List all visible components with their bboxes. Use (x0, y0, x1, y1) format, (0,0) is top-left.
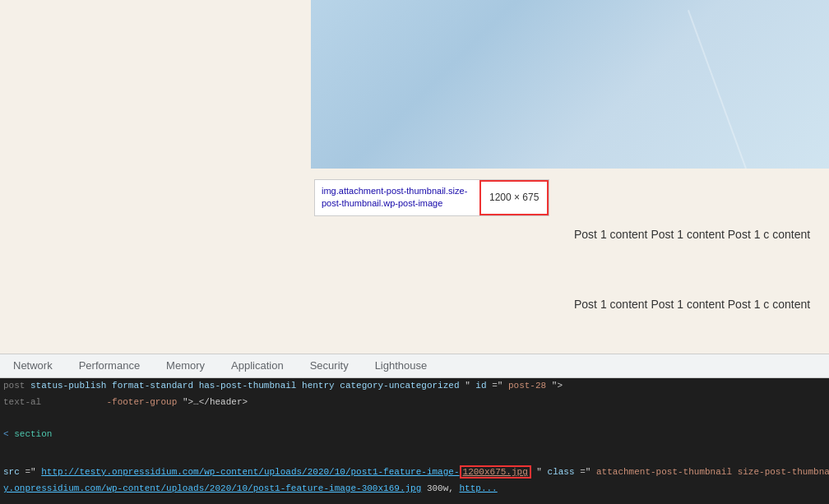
code-text: ">…</header> (183, 397, 248, 407)
code-text: attachment-post-thumbnail size-post-thum… (596, 467, 829, 477)
code-text (47, 397, 101, 407)
code-text: y.onpressidium.com/wp-content/uploads/20… (3, 483, 421, 493)
post-content-block-2: Post 1 content Post 1 content Post 1 c c… (574, 296, 829, 313)
code-text: class (548, 467, 575, 477)
code-line-4: < section (0, 427, 829, 443)
code-text: -footer-group (106, 397, 177, 407)
tab-performance[interactable]: Performance (66, 354, 153, 377)
devtools-tab-bar: Network Performance Memory Application S… (0, 354, 829, 378)
code-text: =" (492, 381, 502, 391)
code-line-6: y.onpressidium.com/wp-content/uploads/20… (0, 481, 829, 497)
image-overlay (311, 0, 829, 169)
webpage-area: img.attachment-post-thumbnail.size-post-… (0, 0, 829, 354)
devtools-html-panel: post status-publish format-standard has-… (0, 378, 829, 504)
code-text: =" (580, 467, 590, 477)
code-text: text-al (3, 397, 41, 407)
element-tooltip: img.attachment-post-thumbnail.size-post-… (314, 179, 549, 216)
code-text: " (536, 467, 547, 477)
css-selector: img.attachment-post-thumbnail.size-post-… (315, 180, 479, 215)
code-text: section (14, 429, 52, 439)
url-start: http://testy.onpressidium.com/wp-content… (41, 467, 459, 477)
code-text: "> (552, 381, 563, 391)
tab-network[interactable]: Network (0, 354, 66, 377)
code-text: < (3, 429, 9, 439)
code-text: id (475, 381, 486, 391)
code-text: http... (460, 483, 498, 493)
code-line-1: post status-publish format-standard has-… (0, 378, 829, 395)
code-text: src (3, 467, 20, 477)
code-line-5: src =" http://testy.onpressidium.com/wp-… (0, 442, 829, 481)
code-text: 300w, (427, 483, 460, 493)
tab-lighthouse[interactable]: Lighthouse (362, 354, 441, 377)
post-content-block-1: Post 1 content Post 1 content Post 1 c c… (574, 226, 829, 243)
code-text: status-publish format-standard has-post-… (30, 381, 460, 391)
code-text: post (3, 381, 30, 391)
code-text: =" (25, 467, 35, 477)
tab-application[interactable]: Application (218, 354, 297, 377)
tab-security[interactable]: Security (297, 354, 362, 377)
code-text: " (465, 381, 475, 391)
tab-memory[interactable]: Memory (153, 354, 218, 377)
code-text: post-28 (508, 381, 546, 391)
image-dimensions: 1200 × 675 (479, 180, 549, 215)
url-highlighted-segment: 1200x675.jpg (460, 465, 531, 479)
code-line-3 (0, 410, 829, 427)
hero-image (311, 0, 829, 169)
code-line-2: text-al -footer-group ">…</header> (0, 395, 829, 411)
